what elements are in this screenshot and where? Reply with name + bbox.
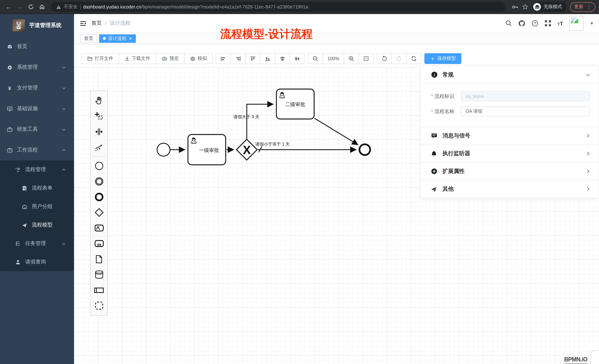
tab-design-process[interactable]: 设计流程✕ <box>99 34 136 43</box>
align-right-button[interactable] <box>230 53 246 64</box>
open-file-button[interactable]: 打开文件 <box>81 53 119 64</box>
align-left-button[interactable] <box>216 53 231 64</box>
end-event[interactable] <box>360 144 370 155</box>
sidebar-item-process-model[interactable]: 流程模型 <box>0 216 74 234</box>
sidebar-item-user-group[interactable]: 用户分组 <box>0 197 74 216</box>
create-group[interactable] <box>91 298 107 313</box>
breadcrumb-home[interactable]: 首页 <box>91 20 102 27</box>
align-bottom-button[interactable] <box>260 53 275 64</box>
close-tab-icon[interactable]: ✕ <box>129 36 132 41</box>
app-logo: 🐰 <box>13 19 25 31</box>
password-key-icon[interactable] <box>512 4 518 9</box>
sidebar-item-home[interactable]: 首页 <box>0 36 74 57</box>
fullscreen-icon[interactable] <box>545 20 551 27</box>
panel-section-execution-listener[interactable]: 执行监听器 <box>421 144 599 162</box>
browser-home-button[interactable] <box>37 2 47 12</box>
panel-section-other[interactable]: 其他 <box>421 180 599 198</box>
simulate-button[interactable]: 模拟 <box>184 53 213 64</box>
sidebar-item-leave-query[interactable]: 请假查询 <box>0 253 74 271</box>
save-model-button[interactable]: ＋ 保存模型 <box>424 53 461 64</box>
palette-divider <box>93 156 105 157</box>
github-icon[interactable] <box>518 20 525 27</box>
hand-icon <box>94 96 104 105</box>
help-icon[interactable]: ? <box>532 20 538 27</box>
tab-home[interactable]: 首页 <box>80 34 97 43</box>
font-size-icon[interactable]: TT <box>558 20 563 26</box>
group-icon <box>94 301 104 310</box>
browser-reload-button[interactable] <box>26 2 35 12</box>
sidebar-item-infrastructure[interactable]: 基础设施 <box>0 98 74 119</box>
align-center-vertical-button[interactable] <box>290 53 305 64</box>
sidebar-submenu-workflow: 流程管理 流程表单 用户分组 流程模型 <box>0 160 74 271</box>
create-data-store[interactable] <box>91 267 107 282</box>
address-bar[interactable]: 不安全 dashboard.yudao.iocoder.cn/bpm/manag… <box>51 2 505 12</box>
zoom-out-button[interactable] <box>308 53 323 64</box>
edge-label-gt3[interactable]: 请假大于 3 天 <box>233 114 260 119</box>
create-participant-pool[interactable] <box>91 282 107 298</box>
align-center-horizontal-button[interactable] <box>275 53 290 64</box>
sidebar-item-system[interactable]: 系统管理 <box>0 57 74 78</box>
chip-icon <box>190 56 195 61</box>
sidebar-item-label: 流程管理 <box>25 166 62 173</box>
avatar-caret-icon[interactable]: ▼ <box>590 21 594 25</box>
align-center-h-icon <box>280 56 285 61</box>
sidebar-menu: 首页 系统管理 ¥ 支付管理 基础设施 <box>0 36 74 364</box>
preview-button[interactable]: 预览 <box>156 53 185 64</box>
process-name-input[interactable] <box>461 106 590 116</box>
flow-gateway-to-task2[interactable] <box>247 104 273 139</box>
chevron-right-icon <box>586 169 590 174</box>
hand-tool[interactable] <box>91 93 107 108</box>
browser-forward-button[interactable]: → <box>15 2 24 12</box>
create-user-task[interactable] <box>91 220 107 236</box>
create-end-event[interactable] <box>91 189 107 205</box>
create-subprocess[interactable] <box>91 236 107 251</box>
sidebar-item-task-management[interactable]: 任务管理 <box>0 234 74 253</box>
flow-task2-to-end[interactable] <box>315 118 358 145</box>
task-second-approval[interactable]: 二级审批 <box>276 89 314 119</box>
panel-section-extended-attributes[interactable]: 扩展属性 <box>421 162 599 180</box>
browser-menu-icon[interactable]: ⋮ <box>586 4 591 10</box>
task-first-approval[interactable]: 一级审批 <box>188 135 226 165</box>
end-event-icon <box>94 192 104 202</box>
sidebar-item-payment[interactable]: ¥ 支付管理 <box>0 78 74 98</box>
browser-toolbar: ← → 不安全 dashboard.yudao.iocoder.cn/bpm/m… <box>0 0 599 14</box>
app-title: 芋道管理系统 <box>29 22 62 29</box>
lasso-tool[interactable] <box>91 108 107 124</box>
create-intermediate-event[interactable] <box>91 174 107 189</box>
data-object-icon <box>94 254 104 264</box>
restart-button[interactable] <box>406 53 421 64</box>
zoom-in-icon <box>349 56 354 61</box>
search-icon[interactable] <box>505 20 512 27</box>
security-label[interactable]: 不安全 <box>64 4 78 10</box>
zoom-in-button[interactable] <box>344 53 359 64</box>
avatar[interactable] <box>569 16 583 31</box>
download-file-button[interactable]: 下载文件 <box>119 53 156 64</box>
sidebar-item-process-form[interactable]: 流程表单 <box>0 179 74 197</box>
start-event[interactable] <box>157 143 170 156</box>
url-text[interactable]: dashboard.yudao.iocoder.cn/bpm/manager/m… <box>83 4 308 9</box>
create-gateway[interactable] <box>91 205 107 220</box>
panel-section-general[interactable]: i 常规 <box>421 66 599 84</box>
fit-viewport-button[interactable] <box>359 53 374 64</box>
space-tool[interactable] <box>91 124 107 139</box>
sidebar-item-devtools[interactable]: 研发工具 <box>0 119 74 140</box>
sidebar-item-workflow[interactable]: 工作流程 <box>0 140 74 160</box>
chrome-update-button[interactable]: 更新 ⋮ <box>570 2 595 12</box>
redo-button[interactable] <box>391 53 407 64</box>
browser-back-button[interactable]: ← <box>4 2 13 12</box>
sidebar-item-process-management[interactable]: 流程管理 <box>0 160 74 179</box>
annotation-title: 流程模型-设计流程 <box>220 27 313 42</box>
align-top-button[interactable] <box>245 53 260 64</box>
create-data-object[interactable] <box>91 251 107 267</box>
edge-label-le1[interactable]: 请假小于等于 1 天 <box>255 142 290 146</box>
designer-workspace: 打开文件 下载文件 预览 模拟 <box>74 44 599 364</box>
eye-icon <box>162 56 167 61</box>
exclusive-gateway[interactable]: X <box>237 139 257 160</box>
panel-section-message-signal[interactable]: 消息与信号 <box>421 127 599 144</box>
create-start-event[interactable] <box>91 158 107 174</box>
undo-button[interactable] <box>377 53 392 64</box>
global-connect-tool[interactable] <box>91 139 107 155</box>
form-row-process-key: * 流程标识 <box>431 91 590 101</box>
sidebar-collapse-button[interactable] <box>74 20 91 26</box>
bookmark-star-icon[interactable] <box>522 4 528 10</box>
